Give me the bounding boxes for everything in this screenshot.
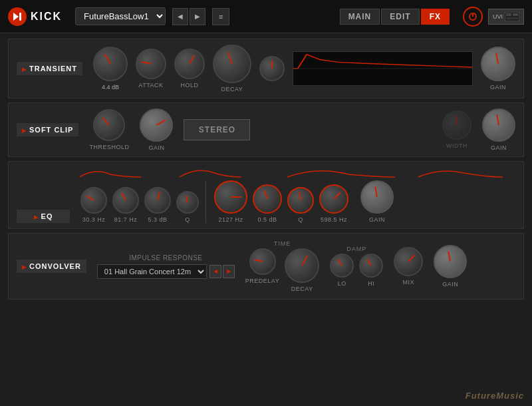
preset-next-button[interactable]: ▶ (190, 8, 205, 25)
conv-lo-knob[interactable] (330, 254, 354, 278)
impulse-group: IMPULSE RESPONSE 01 Hall Grain Concert 1… (97, 254, 235, 279)
eq-db2-knob[interactable] (253, 184, 282, 214)
eq-section: EQ 30.3 Hz 81.7 Hz 5.3 dB (8, 161, 524, 229)
tab-main[interactable]: MAIN (340, 9, 380, 25)
transient-decay-knob[interactable] (213, 45, 251, 83)
impulse-select-row: 01 Hall Grain Concert 12m ◀ ▶ (97, 264, 235, 279)
transient-drive-knob[interactable] (93, 47, 128, 81)
svg-rect-0 (19, 13, 21, 21)
conv-gain-group: GAIN (434, 245, 467, 288)
transient-hold-label: HOLD (180, 82, 198, 89)
impulse-prev-button[interactable]: ◀ (209, 265, 221, 278)
eq-freq1-group: 30.3 Hz (80, 187, 107, 223)
waveform-display (293, 51, 473, 86)
sc-gain2-group: GAIN (482, 108, 515, 151)
svg-rect-6 (506, 17, 518, 19)
transient-extra-knob[interactable] (259, 56, 285, 81)
eq-db1-knob[interactable] (144, 187, 171, 214)
plugin-title: KICK (31, 11, 62, 23)
eq-controls: 30.3 Hz 81.7 Hz 5.3 dB Q (80, 180, 515, 223)
transient-extra-group (259, 56, 285, 81)
preset-select[interactable]: FutureBassLow1 (75, 7, 166, 25)
softclip-label[interactable]: SOFT CLIP (17, 123, 78, 136)
transient-attack-knob[interactable] (136, 49, 166, 79)
preset-prev-button[interactable]: ◀ (172, 8, 188, 25)
conv-predelay-knob[interactable] (249, 248, 276, 275)
eq-gain-label: GAIN (369, 216, 385, 223)
eq-freq4-label: 598.5 Hz (321, 216, 347, 223)
eq-q1-label: Q (185, 216, 190, 223)
sc-threshold-knob[interactable] (93, 109, 125, 141)
header: KICK FutureBassLow1 ◀ ▶ ≡ MAIN EDIT FX U (0, 0, 532, 33)
eq-freq3-label: 2127 Hz (218, 216, 243, 223)
damp-controls: LO HI (330, 254, 383, 287)
damp-group: DAMP LO HI (330, 246, 383, 287)
logo-icon (8, 7, 27, 26)
eq-q1-group: Q (176, 191, 199, 223)
eq-q2-label: Q (298, 216, 303, 223)
conv-hi-label: HI (368, 280, 374, 287)
sc-gain-label: GAIN (148, 144, 164, 151)
sc-width-group: WIDTH (442, 110, 471, 149)
conv-decay-group: DECAY (285, 248, 319, 292)
eq-db1-label: 5.3 dB (148, 216, 167, 223)
conv-decay-label: DECAY (291, 286, 313, 292)
eq-left: 30.3 Hz 81.7 Hz 5.3 dB Q (80, 187, 199, 223)
transient-gain-knob[interactable] (481, 47, 515, 81)
plugin-container: KICK FutureBassLow1 ◀ ▶ ≡ MAIN EDIT FX U (0, 0, 532, 406)
eq-freq1-label: 30.3 Hz (82, 216, 106, 223)
impulse-next-button[interactable]: ▶ (223, 265, 235, 278)
convolver-controls: IMPULSE RESPONSE 01 Hall Grain Concert 1… (97, 240, 515, 292)
tab-group: MAIN EDIT FX (340, 9, 450, 25)
logo: KICK (8, 7, 62, 26)
impulse-select[interactable]: 01 Hall Grain Concert 12m (97, 264, 207, 279)
conv-predelay-label: PREDELAY (245, 278, 279, 284)
eq-freq3-knob[interactable] (214, 180, 247, 214)
power-icon[interactable] (463, 7, 483, 27)
header-icons: UVI (463, 7, 524, 27)
sc-gain2-label: GAIN (491, 144, 507, 151)
time-controls: PREDELAY DECAY (245, 248, 319, 292)
sc-gain-group: GAIN (140, 108, 173, 151)
eq-freq2-knob[interactable] (112, 187, 139, 214)
convolver-label[interactable]: CONVOLVER (17, 260, 86, 273)
conv-hi-knob[interactable] (359, 254, 383, 278)
impulse-nav: ◀ ▶ (209, 265, 235, 278)
eq-db2-label: 0.5 dB (257, 216, 277, 223)
eq-q1-knob[interactable] (176, 191, 199, 214)
transient-section: TRANSIENT 4.4 dB ATTACK HOLD DECAY (8, 39, 524, 99)
eq-freq2-label: 81.7 Hz (114, 216, 138, 223)
eq-right: 2127 Hz 0.5 dB Q 598.5 Hz (205, 180, 348, 223)
conv-mix-knob[interactable] (394, 247, 423, 276)
uvi-icon: UVI (488, 9, 524, 25)
transient-controls: 4.4 dB ATTACK HOLD DECAY (93, 45, 515, 93)
stereo-button[interactable]: STEREO (184, 119, 250, 140)
eq-freq4-knob[interactable] (319, 184, 348, 214)
eq-freq1-knob[interactable] (80, 187, 107, 214)
transient-decay-label: DECAY (221, 86, 243, 93)
tab-edit[interactable]: EDIT (381, 9, 419, 25)
transient-drive-group: 4.4 dB (93, 47, 128, 91)
eq-label[interactable]: EQ (17, 210, 70, 223)
sc-gain-knob[interactable] (140, 108, 173, 142)
transient-label[interactable]: TRANSIENT (17, 62, 82, 75)
transient-drive-value: 4.4 dB (102, 84, 119, 91)
conv-gain-knob[interactable] (434, 245, 467, 278)
main-content: TRANSIENT 4.4 dB ATTACK HOLD DECAY (0, 33, 532, 406)
tab-fx[interactable]: FX (421, 9, 450, 25)
menu-button[interactable]: ≡ (212, 8, 229, 25)
conv-mix-group: MIX (394, 247, 423, 286)
eq-db1-group: 5.3 dB (144, 187, 171, 223)
sc-width-knob[interactable] (442, 110, 471, 140)
damp-label: DAMP (346, 246, 366, 252)
transient-hold-group: HOLD (174, 49, 205, 89)
conv-decay-knob[interactable] (285, 248, 319, 283)
transient-hold-knob[interactable] (174, 49, 205, 79)
sc-gain2-knob[interactable] (482, 108, 515, 142)
eq-gain-knob[interactable] (360, 180, 394, 214)
impulse-label: IMPULSE RESPONSE (97, 254, 235, 262)
conv-hi-group: HI (359, 254, 383, 287)
eq-freq4-group: 598.5 Hz (319, 184, 348, 223)
eq-freq2-group: 81.7 Hz (112, 187, 139, 223)
eq-q2-knob[interactable] (287, 187, 314, 214)
